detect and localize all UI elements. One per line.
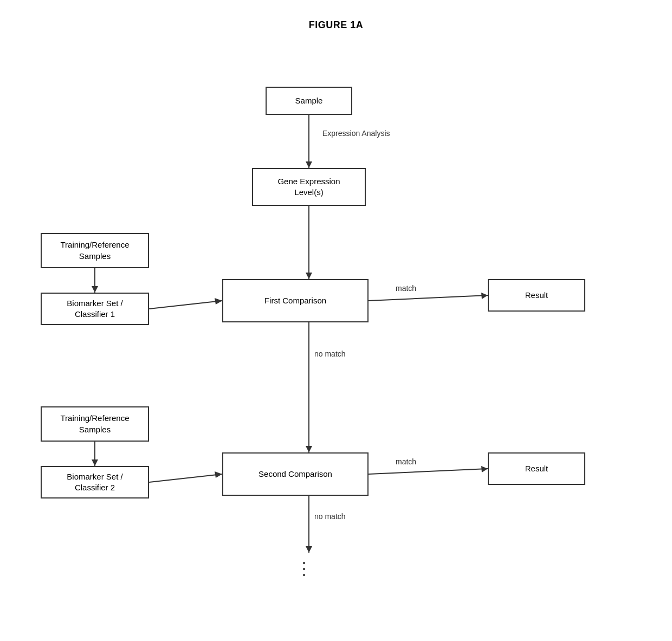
svg-marker-17 — [481, 466, 488, 472]
first-comparison-box: First Comparison — [222, 279, 369, 322]
sample-box: Sample — [266, 87, 352, 115]
svg-marker-11 — [306, 446, 312, 452]
match1-label: match — [396, 284, 416, 293]
svg-marker-19 — [306, 546, 312, 553]
training1-label: Training/ReferenceSamples — [60, 239, 129, 262]
first-comparison-label: First Comparison — [264, 295, 326, 306]
svg-line-8 — [369, 295, 488, 301]
svg-marker-9 — [481, 293, 488, 299]
second-comparison-label: Second Comparison — [259, 469, 332, 480]
match2-label: match — [396, 457, 416, 466]
svg-line-16 — [369, 469, 488, 474]
gene-expression-box: Gene ExpressionLevel(s) — [252, 168, 366, 206]
result2-label: Result — [525, 463, 548, 474]
svg-marker-5 — [92, 286, 98, 293]
svg-marker-3 — [306, 273, 312, 279]
biomarker2-box: Biomarker Set /Classifier 2 — [41, 466, 149, 498]
page: FIGURE 1A — [0, 0, 672, 641]
result1-label: Result — [525, 290, 548, 301]
expression-analysis-label: Expression Analysis — [322, 129, 390, 138]
svg-line-6 — [149, 301, 222, 309]
svg-marker-7 — [215, 298, 222, 305]
biomarker2-label: Biomarker Set /Classifier 2 — [67, 471, 122, 494]
second-comparison-box: Second Comparison — [222, 452, 369, 496]
svg-marker-15 — [215, 471, 222, 478]
svg-marker-13 — [92, 459, 98, 466]
no-match1-label: no match — [314, 349, 346, 358]
flowchart: Sample Gene ExpressionLevel(s) Training/… — [0, 43, 672, 639]
training2-box: Training/ReferenceSamples — [41, 406, 149, 442]
result2-box: Result — [488, 452, 585, 485]
biomarker1-label: Biomarker Set /Classifier 1 — [67, 298, 122, 320]
no-match2-label: no match — [314, 512, 346, 521]
training1-box: Training/ReferenceSamples — [41, 233, 149, 268]
svg-marker-1 — [306, 161, 312, 168]
sample-label: Sample — [295, 95, 323, 106]
ellipsis: ⋮ — [295, 558, 316, 579]
gene-expression-label: Gene ExpressionLevel(s) — [277, 176, 340, 198]
biomarker1-box: Biomarker Set /Classifier 1 — [41, 293, 149, 325]
training2-label: Training/ReferenceSamples — [60, 413, 129, 435]
result1-box: Result — [488, 279, 585, 312]
svg-line-14 — [149, 474, 222, 482]
figure-title: FIGURE 1A — [0, 0, 672, 31]
